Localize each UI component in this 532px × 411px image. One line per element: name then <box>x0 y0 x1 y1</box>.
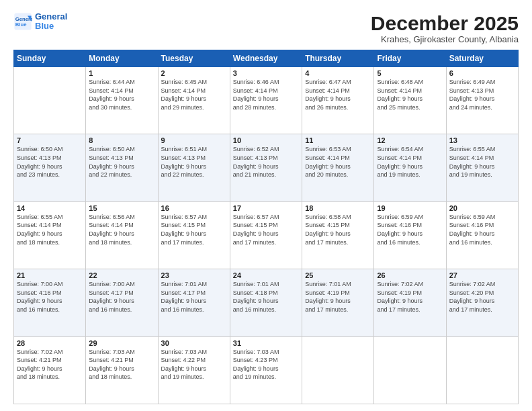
day-info: Sunrise: 7:02 AM Sunset: 4:19 PM Dayligh… <box>377 280 443 314</box>
day-number: 13 <box>449 136 515 144</box>
calendar-cell: 16Sunrise: 6:57 AM Sunset: 4:15 PM Dayli… <box>158 201 230 269</box>
calendar-cell: 1Sunrise: 6:44 AM Sunset: 4:14 PM Daylig… <box>86 67 158 134</box>
day-info: Sunrise: 7:00 AM Sunset: 4:16 PM Dayligh… <box>17 280 83 314</box>
day-info: Sunrise: 6:48 AM Sunset: 4:14 PM Dayligh… <box>377 78 443 111</box>
day-info: Sunrise: 6:49 AM Sunset: 4:13 PM Dayligh… <box>449 78 515 111</box>
calendar-cell: 31Sunrise: 7:03 AM Sunset: 4:23 PM Dayli… <box>230 336 302 404</box>
logo-text: General Blue <box>35 12 67 32</box>
day-number: 3 <box>233 69 299 77</box>
calendar-cell <box>14 67 86 134</box>
calendar-cell: 3Sunrise: 6:46 AM Sunset: 4:14 PM Daylig… <box>230 67 302 134</box>
day-number: 25 <box>305 271 371 279</box>
day-info: Sunrise: 7:01 AM Sunset: 4:18 PM Dayligh… <box>233 280 299 314</box>
day-number: 26 <box>377 271 443 279</box>
day-info: Sunrise: 6:53 AM Sunset: 4:14 PM Dayligh… <box>305 145 371 179</box>
day-info: Sunrise: 6:57 AM Sunset: 4:15 PM Dayligh… <box>233 213 299 246</box>
day-info: Sunrise: 7:01 AM Sunset: 4:17 PM Dayligh… <box>161 280 227 314</box>
day-info: Sunrise: 7:02 AM Sunset: 4:20 PM Dayligh… <box>449 280 515 314</box>
calendar-cell: 22Sunrise: 7:00 AM Sunset: 4:17 PM Dayli… <box>86 269 158 336</box>
logo: General Blue General Blue <box>13 12 67 32</box>
day-info: Sunrise: 6:47 AM Sunset: 4:14 PM Dayligh… <box>305 78 371 111</box>
calendar-cell: 6Sunrise: 6:49 AM Sunset: 4:13 PM Daylig… <box>446 67 518 134</box>
calendar-week-4: 21Sunrise: 7:00 AM Sunset: 4:16 PM Dayli… <box>14 269 519 336</box>
day-info: Sunrise: 7:01 AM Sunset: 4:19 PM Dayligh… <box>305 280 371 314</box>
calendar-cell: 24Sunrise: 7:01 AM Sunset: 4:18 PM Dayli… <box>230 269 302 336</box>
page: General Blue General Blue December 2025 … <box>0 0 532 411</box>
calendar-cell: 13Sunrise: 6:55 AM Sunset: 4:14 PM Dayli… <box>446 134 518 201</box>
calendar-header-row: SundayMondayTuesdayWednesdayThursdayFrid… <box>14 50 519 67</box>
day-info: Sunrise: 6:57 AM Sunset: 4:15 PM Dayligh… <box>161 213 227 246</box>
calendar-cell: 7Sunrise: 6:50 AM Sunset: 4:13 PM Daylig… <box>14 134 86 201</box>
day-number: 11 <box>305 136 371 144</box>
day-info: Sunrise: 6:59 AM Sunset: 4:16 PM Dayligh… <box>449 213 515 246</box>
day-header-thursday: Thursday <box>302 50 374 67</box>
day-number: 20 <box>449 204 515 212</box>
calendar-cell: 15Sunrise: 6:56 AM Sunset: 4:14 PM Dayli… <box>86 201 158 269</box>
calendar-cell: 11Sunrise: 6:53 AM Sunset: 4:14 PM Dayli… <box>302 134 374 201</box>
day-number: 31 <box>233 339 299 347</box>
day-number: 16 <box>161 204 227 212</box>
day-number: 12 <box>377 136 443 144</box>
subtitle: Krahes, Gjirokaster County, Albania <box>371 34 519 44</box>
day-info: Sunrise: 7:00 AM Sunset: 4:17 PM Dayligh… <box>89 280 154 314</box>
calendar-cell: 23Sunrise: 7:01 AM Sunset: 4:17 PM Dayli… <box>158 269 230 336</box>
day-number: 2 <box>161 69 227 77</box>
calendar-cell: 4Sunrise: 6:47 AM Sunset: 4:14 PM Daylig… <box>302 67 374 134</box>
day-number: 7 <box>17 136 83 144</box>
calendar-week-3: 14Sunrise: 6:55 AM Sunset: 4:14 PM Dayli… <box>14 201 519 269</box>
day-number: 27 <box>449 271 515 279</box>
day-info: Sunrise: 6:45 AM Sunset: 4:14 PM Dayligh… <box>161 78 227 111</box>
day-header-saturday: Saturday <box>446 50 518 67</box>
day-number: 21 <box>17 271 83 279</box>
calendar-cell: 14Sunrise: 6:55 AM Sunset: 4:14 PM Dayli… <box>14 201 86 269</box>
day-header-wednesday: Wednesday <box>230 50 302 67</box>
day-header-sunday: Sunday <box>14 50 86 67</box>
day-number: 6 <box>449 69 515 77</box>
calendar-cell: 18Sunrise: 6:58 AM Sunset: 4:15 PM Dayli… <box>302 201 374 269</box>
day-number: 18 <box>305 204 371 212</box>
calendar-cell <box>446 336 518 404</box>
day-header-monday: Monday <box>86 50 158 67</box>
day-number: 30 <box>161 339 227 347</box>
calendar-cell: 8Sunrise: 6:50 AM Sunset: 4:13 PM Daylig… <box>86 134 158 201</box>
logo-icon: General Blue <box>13 12 32 31</box>
day-info: Sunrise: 7:02 AM Sunset: 4:21 PM Dayligh… <box>17 348 83 381</box>
day-number: 22 <box>89 271 154 279</box>
day-info: Sunrise: 6:54 AM Sunset: 4:14 PM Dayligh… <box>377 145 443 179</box>
calendar-table: SundayMondayTuesdayWednesdayThursdayFrid… <box>13 50 519 404</box>
day-number: 17 <box>233 204 299 212</box>
calendar-cell: 10Sunrise: 6:52 AM Sunset: 4:13 PM Dayli… <box>230 134 302 201</box>
calendar-week-5: 28Sunrise: 7:02 AM Sunset: 4:21 PM Dayli… <box>14 336 519 404</box>
day-header-tuesday: Tuesday <box>158 50 230 67</box>
calendar-cell: 29Sunrise: 7:03 AM Sunset: 4:21 PM Dayli… <box>86 336 158 404</box>
day-info: Sunrise: 6:51 AM Sunset: 4:13 PM Dayligh… <box>161 145 227 179</box>
day-info: Sunrise: 6:59 AM Sunset: 4:16 PM Dayligh… <box>377 213 443 246</box>
day-number: 5 <box>377 69 443 77</box>
day-number: 14 <box>17 204 83 212</box>
calendar-cell: 25Sunrise: 7:01 AM Sunset: 4:19 PM Dayli… <box>302 269 374 336</box>
day-info: Sunrise: 7:03 AM Sunset: 4:22 PM Dayligh… <box>161 348 227 381</box>
calendar-cell: 9Sunrise: 6:51 AM Sunset: 4:13 PM Daylig… <box>158 134 230 201</box>
day-number: 10 <box>233 136 299 144</box>
calendar-cell: 21Sunrise: 7:00 AM Sunset: 4:16 PM Dayli… <box>14 269 86 336</box>
day-info: Sunrise: 6:50 AM Sunset: 4:13 PM Dayligh… <box>89 145 154 179</box>
calendar-cell: 5Sunrise: 6:48 AM Sunset: 4:14 PM Daylig… <box>374 67 446 134</box>
month-title: December 2025 <box>371 12 519 34</box>
calendar-week-2: 7Sunrise: 6:50 AM Sunset: 4:13 PM Daylig… <box>14 134 519 201</box>
calendar-cell: 28Sunrise: 7:02 AM Sunset: 4:21 PM Dayli… <box>14 336 86 404</box>
day-number: 28 <box>17 339 83 347</box>
calendar-cell: 30Sunrise: 7:03 AM Sunset: 4:22 PM Dayli… <box>158 336 230 404</box>
day-info: Sunrise: 7:03 AM Sunset: 4:21 PM Dayligh… <box>89 348 154 381</box>
day-info: Sunrise: 6:56 AM Sunset: 4:14 PM Dayligh… <box>89 213 154 246</box>
svg-text:Blue: Blue <box>15 21 27 28</box>
day-info: Sunrise: 6:55 AM Sunset: 4:14 PM Dayligh… <box>449 145 515 179</box>
calendar-cell: 2Sunrise: 6:45 AM Sunset: 4:14 PM Daylig… <box>158 67 230 134</box>
calendar-cell: 26Sunrise: 7:02 AM Sunset: 4:19 PM Dayli… <box>374 269 446 336</box>
day-number: 24 <box>233 271 299 279</box>
day-info: Sunrise: 6:52 AM Sunset: 4:13 PM Dayligh… <box>233 145 299 179</box>
day-info: Sunrise: 7:03 AM Sunset: 4:23 PM Dayligh… <box>233 348 299 381</box>
day-header-friday: Friday <box>374 50 446 67</box>
calendar-cell: 20Sunrise: 6:59 AM Sunset: 4:16 PM Dayli… <box>446 201 518 269</box>
day-number: 19 <box>377 204 443 212</box>
day-info: Sunrise: 6:50 AM Sunset: 4:13 PM Dayligh… <box>17 145 83 179</box>
